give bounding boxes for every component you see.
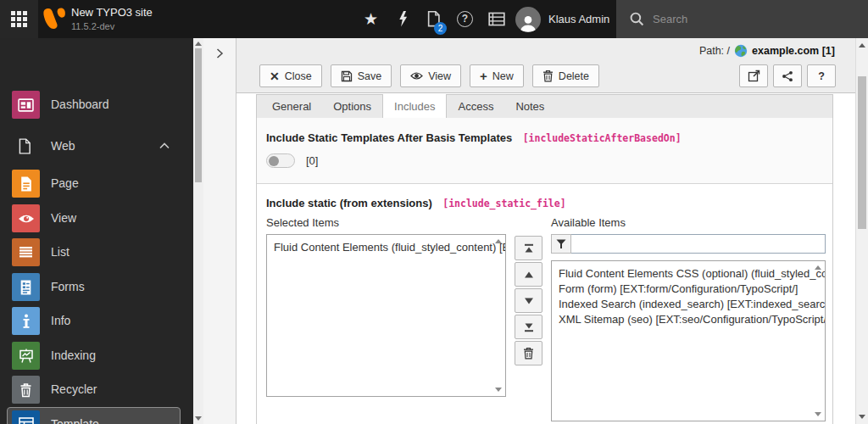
scroll-down-arrow-icon[interactable] (859, 415, 865, 419)
docheader-buttons-right: ? (739, 64, 836, 87)
help-button[interactable]: ? (807, 64, 836, 87)
content-scrollbar[interactable] (855, 38, 868, 424)
scroll-up-arrow-icon[interactable] (859, 43, 865, 47)
path-prefix: Path: / (699, 45, 730, 57)
forms-icon (12, 273, 40, 301)
sidebar-item-info[interactable]: Info (0, 304, 193, 338)
available-items-column: Available Items Fluid Content Elements C… (551, 216, 826, 421)
field-code: [includeStaticAfterBasedOn] (523, 132, 682, 144)
filter-button[interactable] (551, 234, 571, 254)
username-label: Klaus Admin (548, 13, 609, 25)
scroll-up-arrow-icon[interactable] (815, 265, 821, 270)
eye-icon (410, 71, 423, 81)
move-to-bottom-icon (524, 322, 534, 332)
move-to-bottom-button[interactable] (515, 315, 542, 339)
help-button[interactable]: ? (449, 0, 481, 38)
eye-icon (12, 204, 40, 232)
toggle-knob (269, 156, 279, 166)
sidebar-item-label: Indexing (51, 338, 96, 373)
move-to-top-button[interactable] (515, 236, 542, 260)
scroll-down-arrow-icon[interactable] (195, 416, 202, 421)
scroll-down-arrow-icon[interactable] (495, 388, 502, 392)
sidebar-item-forms[interactable]: Forms (0, 270, 193, 304)
trash-icon (542, 70, 554, 82)
question-mark-label: ? (818, 70, 825, 82)
sidebar-item-page[interactable]: Page (0, 166, 193, 201)
sidebar-item-view[interactable]: View (0, 201, 193, 236)
sidebar-section-web[interactable]: Web (0, 131, 193, 160)
item-move-controls (515, 216, 542, 421)
scroll-up-arrow-icon[interactable] (195, 42, 202, 46)
clear-cache-button[interactable] (387, 0, 418, 38)
share-button[interactable] (773, 64, 802, 87)
scrollbar-thumb[interactable] (858, 76, 866, 229)
remove-item-button[interactable] (515, 341, 542, 365)
close-button[interactable]: ✕ Close (259, 64, 322, 87)
system-information-button[interactable] (481, 0, 512, 38)
available-items-listbox[interactable]: Fluid Content Elements CSS (optional) (f… (551, 260, 826, 421)
list-item[interactable]: Form (form) [EXT:form/Configuration/Typo… (552, 282, 825, 297)
chevron-up-icon (159, 142, 170, 149)
sidebar-item-template-active[interactable]: Template (7, 407, 181, 424)
pagetree-collapsed-strip (203, 38, 236, 424)
sidebar-item-label: Page (51, 166, 79, 201)
tab-notes[interactable]: Notes (504, 95, 555, 118)
sidebar-item-label: Template (51, 408, 99, 424)
save-button[interactable]: Save (331, 64, 392, 87)
open-documents-button[interactable]: 2 (418, 0, 449, 38)
sidebar-item-list[interactable]: List (0, 235, 193, 270)
bookmark-button[interactable]: ★ (355, 0, 387, 38)
open-in-new-window-button[interactable] (739, 64, 768, 87)
tab-bar: General Options Includes Access Notes (256, 94, 833, 119)
tab-includes-active[interactable]: Includes (382, 94, 447, 120)
sidebar-item-recycler[interactable]: Recycler (0, 372, 193, 407)
docheader-buttons-left: ✕ Close Save View (259, 64, 599, 87)
filter-row (551, 234, 826, 254)
move-down-button[interactable] (515, 288, 542, 313)
site-title: New TYPO3 site (71, 5, 153, 20)
list-item[interactable]: Fluid Content Elements (fluid_styled_con… (267, 235, 505, 255)
search-icon (630, 12, 644, 26)
site-info: New TYPO3 site 11.5.2-dev (71, 5, 153, 34)
sidebar-item-label: Forms (51, 270, 85, 304)
funnel-icon (556, 239, 566, 249)
list-item[interactable]: XML Sitemap (seo) [EXT:seo/Configuration… (552, 312, 825, 327)
toggle-value: [0] (306, 154, 318, 167)
list-item[interactable]: Indexed Search (indexed_search) [EXT:ind… (552, 297, 825, 312)
template-icon (12, 410, 40, 424)
question-mark-icon: ? (457, 11, 473, 27)
toggle-row: [0] (266, 153, 823, 168)
sidebar-item-indexing[interactable]: Indexing (0, 338, 193, 373)
move-up-button[interactable] (515, 262, 542, 287)
typo3-backend: New TYPO3 site 11.5.2-dev ★ 2 ? (0, 0, 868, 424)
path-site: example.com [1] (752, 45, 835, 57)
selected-items-listbox[interactable]: Fluid Content Elements (fluid_styled_con… (266, 234, 506, 397)
selected-items-label: Selected Items (266, 216, 506, 230)
available-items-label: Available Items (551, 216, 826, 230)
expand-pagetree-button[interactable] (210, 45, 229, 64)
tab-general[interactable]: General (261, 95, 322, 118)
field-code: [include_static_file] (442, 198, 565, 209)
view-button[interactable]: View (400, 64, 461, 87)
search-bar (616, 0, 868, 38)
tab-options[interactable]: Options (322, 95, 382, 118)
user-menu-button[interactable]: Klaus Admin (515, 0, 609, 38)
list-item[interactable]: Fluid Content Elements CSS (optional) (f… (552, 261, 825, 282)
new-button[interactable]: + New (470, 64, 524, 87)
page-icon (12, 170, 40, 198)
search-input[interactable] (653, 13, 822, 25)
module-menu-scrollbar[interactable] (193, 38, 203, 424)
filter-input[interactable] (571, 234, 826, 254)
dashboard-icon (12, 91, 40, 119)
module-menu-toggle-button[interactable] (0, 0, 38, 38)
star-icon: ★ (364, 9, 378, 29)
toggle-switch-off[interactable] (266, 153, 295, 168)
scroll-down-arrow-icon[interactable] (815, 412, 821, 416)
share-icon (782, 70, 793, 82)
sidebar-item-dashboard[interactable]: Dashboard (0, 87, 193, 122)
delete-button[interactable]: Delete (532, 64, 599, 87)
scrollbar-thumb[interactable] (195, 48, 202, 182)
scroll-up-arrow-icon[interactable] (495, 239, 502, 243)
tab-access[interactable]: Access (447, 95, 504, 118)
arrow-down-icon (524, 296, 534, 306)
